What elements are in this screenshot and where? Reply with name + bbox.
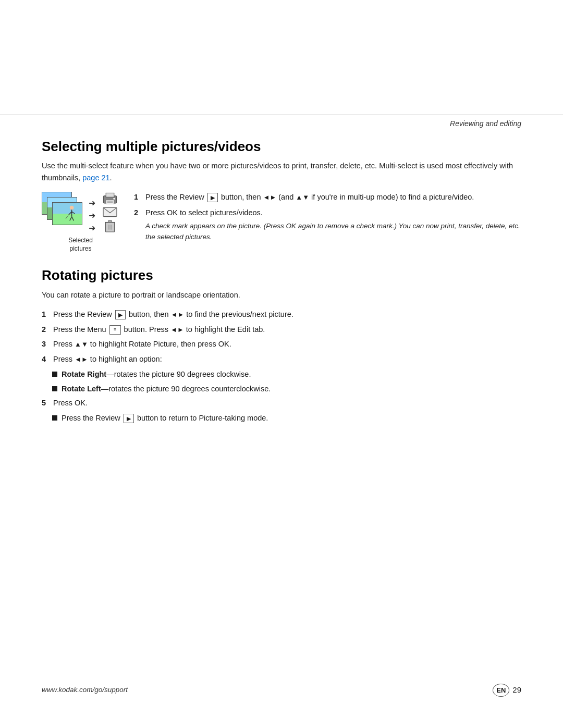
svg-rect-10 bbox=[106, 193, 114, 197]
svg-rect-1 bbox=[53, 214, 81, 225]
golfer-svg bbox=[53, 203, 82, 225]
en-badge: EN bbox=[493, 684, 509, 697]
arrows-column: ➜ ➜ ➜ bbox=[87, 192, 97, 233]
bullet-rotate-right: Rotate Right—rotates the picture 90 degr… bbox=[52, 369, 521, 380]
svg-rect-13 bbox=[107, 202, 113, 203]
icons-column bbox=[101, 192, 119, 233]
step2-num: 2 bbox=[134, 207, 142, 219]
header-space bbox=[0, 0, 563, 115]
rotate-step-3: 3 Press ▲▼ to highlight Rotate Picture, … bbox=[42, 339, 521, 350]
step-1: 1 Press the Review ▶ button, then ◄► (an… bbox=[134, 192, 521, 203]
arrow-2: ➜ bbox=[89, 209, 95, 222]
footer-page: EN 29 bbox=[493, 684, 521, 697]
rstep5-num: 5 bbox=[42, 398, 50, 409]
svg-rect-0 bbox=[53, 203, 81, 214]
rstep3-text: Press ▲▼ to highlight Rotate Picture, th… bbox=[53, 339, 521, 350]
rstep1-text: Press the Review ▶ button, then ◄► to fi… bbox=[53, 309, 521, 320]
rotate-step-4: 4 Press ◄► to highlight an option: bbox=[42, 354, 521, 365]
nav-lr-1: ◄► bbox=[263, 194, 277, 202]
rstep2-num: 2 bbox=[42, 324, 50, 336]
trash-icon bbox=[103, 219, 117, 233]
chapter-title: Reviewing and editing bbox=[450, 118, 521, 129]
step1-text: Press the Review ▶ button, then ◄► (and … bbox=[145, 192, 521, 203]
svg-rect-12 bbox=[107, 201, 113, 202]
bullet-square-3 bbox=[52, 415, 57, 421]
printer-icon bbox=[101, 192, 119, 205]
bullet-rotate-right-text: Rotate Right—rotates the picture 90 degr… bbox=[62, 369, 521, 380]
review-btn-icon-3: ▶ bbox=[124, 414, 134, 423]
rstep1-num: 1 bbox=[42, 309, 50, 320]
svg-point-14 bbox=[113, 198, 115, 200]
multi-select-layout: ✓ ✓ ✓ bbox=[42, 192, 521, 253]
rotate-right-label: Rotate Right bbox=[62, 370, 106, 378]
chapter-header: Reviewing and editing bbox=[0, 115, 563, 129]
page21-link[interactable]: page 21 bbox=[82, 174, 109, 182]
rotate-left-label: Rotate Left bbox=[62, 385, 101, 393]
rotate-step-5: 5 Press OK. bbox=[42, 398, 521, 409]
section2-intro: You can rotate a picture to portrait or … bbox=[42, 289, 521, 301]
pic-card-3: ✓ bbox=[52, 202, 82, 225]
footer-url: www.kodak.com/go/support bbox=[42, 685, 128, 695]
arrow-1: ➜ bbox=[89, 197, 95, 209]
step1-num: 1 bbox=[134, 192, 142, 203]
nav-lr-2: ◄► bbox=[171, 311, 185, 318]
footer: www.kodak.com/go/support EN 29 bbox=[0, 684, 563, 697]
step2-italic: A check mark appears on the picture. (Pr… bbox=[145, 221, 521, 243]
nav-lr-3: ◄► bbox=[170, 326, 184, 334]
main-content: Selecting multiple pictures/videos Use t… bbox=[0, 139, 563, 424]
step2-text: Press OK to select pictures/videos. A ch… bbox=[145, 207, 521, 243]
rstep5-text: Press OK. bbox=[53, 398, 521, 409]
selected-label: Selected pictures bbox=[68, 237, 93, 253]
rstep2-text: Press the Menu ≡ button. Press ◄► to hig… bbox=[53, 324, 521, 336]
envelope-icon bbox=[101, 207, 119, 217]
section1-title: Selecting multiple pictures/videos bbox=[42, 139, 521, 155]
section2-title: Rotating pictures bbox=[42, 267, 521, 283]
arrow-3: ➜ bbox=[89, 222, 95, 235]
review-btn-icon-1: ▶ bbox=[207, 193, 218, 202]
stacked-pictures: ✓ ✓ ✓ bbox=[42, 192, 83, 233]
bullet-review-text: Press the Review ▶ button to return to P… bbox=[62, 413, 521, 424]
nav-lr-4: ◄► bbox=[75, 356, 88, 364]
step-2: 2 Press OK to select pictures/videos. A … bbox=[134, 207, 521, 243]
rotate-step-2: 2 Press the Menu ≡ button. Press ◄► to h… bbox=[42, 324, 521, 336]
bullet-rotate-left-text: Rotate Left—rotates the picture 90 degre… bbox=[62, 384, 521, 395]
nav-ud-1: ▲▼ bbox=[296, 194, 309, 202]
rstep3-num: 3 bbox=[42, 339, 50, 350]
bullet-square-2 bbox=[52, 386, 57, 391]
page: Reviewing and editing Selecting multiple… bbox=[0, 0, 563, 728]
rotate-step-1: 1 Press the Review ▶ button, then ◄► to … bbox=[42, 309, 521, 320]
rotate-steps: 1 Press the Review ▶ button, then ◄► to … bbox=[42, 309, 521, 424]
bullet-rotate-left: Rotate Left—rotates the picture 90 degre… bbox=[52, 384, 521, 395]
nav-ud-2: ▲▼ bbox=[75, 341, 88, 349]
svg-rect-18 bbox=[108, 220, 112, 223]
rstep4-text: Press ◄► to highlight an option: bbox=[53, 354, 521, 365]
page-number: 29 bbox=[512, 684, 521, 696]
bullet-review: Press the Review ▶ button to return to P… bbox=[52, 413, 521, 424]
section1-intro: Use the multi-select feature when you ha… bbox=[42, 160, 521, 183]
rstep4-num: 4 bbox=[42, 354, 50, 365]
svg-point-2 bbox=[70, 206, 74, 210]
review-btn-icon-2: ▶ bbox=[115, 310, 126, 319]
bullet-square-1 bbox=[52, 372, 57, 377]
illustration: ✓ ✓ ✓ bbox=[42, 192, 119, 253]
steps-area: 1 Press the Review ▶ button, then ◄► (an… bbox=[134, 192, 521, 246]
menu-btn-icon: ≡ bbox=[109, 325, 121, 335]
